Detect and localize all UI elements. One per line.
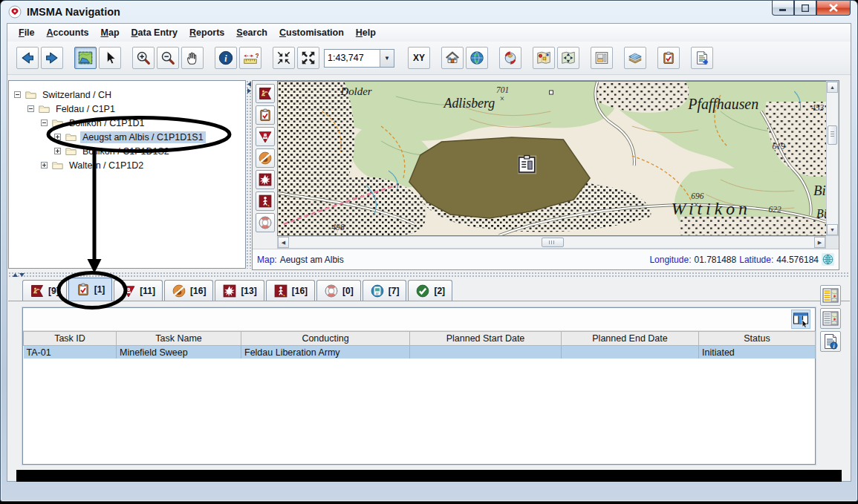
tree-node-switzerland-ch[interactable]: Switzerland / CH xyxy=(9,88,245,102)
close-button[interactable] xyxy=(816,1,851,16)
tab-accidents[interactable]: [13] xyxy=(215,280,264,301)
menu-search[interactable]: Search xyxy=(231,25,273,40)
identify-button[interactable]: i xyxy=(215,47,237,69)
column-header-planned-end-date[interactable]: Planned End Date xyxy=(562,332,699,346)
map-label-binz: Binz xyxy=(813,183,826,198)
scale-input[interactable] xyxy=(325,50,380,67)
map-navigate-button[interactable] xyxy=(557,47,579,69)
task-list-button[interactable] xyxy=(657,47,680,69)
refresh-map-button[interactable] xyxy=(499,47,521,69)
table-row-ta-01[interactable]: TA-01Minefield SweepFeldau Liberation Ar… xyxy=(24,346,816,359)
scroll-left-icon[interactable]: ◀ xyxy=(278,237,289,248)
column-header-status[interactable]: Status xyxy=(699,332,816,346)
v-scroll-track[interactable] xyxy=(827,93,838,224)
scale-dropdown-icon[interactable]: ▼ xyxy=(380,50,394,67)
longitude-value: 01.781488 xyxy=(694,255,736,265)
previous-extent-button[interactable] xyxy=(16,47,39,69)
collapse-minus-icon[interactable] xyxy=(13,91,22,99)
assistance-icon xyxy=(324,284,339,298)
tree-node-bollikon-c1p1d1s2[interactable]: Bollikon / C1P1D1S2 xyxy=(9,144,245,158)
map-vertical-scrollbar[interactable]: ▲ ▼ xyxy=(826,81,839,236)
tree-node-bollikon-c1p1d1[interactable]: Bollikon / C1P1D1 xyxy=(9,116,245,130)
tab-count: [11] xyxy=(140,286,155,296)
column-header-planned-start-date[interactable]: Planned Start Date xyxy=(410,332,562,346)
v-scroll-thumb[interactable] xyxy=(828,125,837,145)
tab-victims[interactable]: [16] xyxy=(266,280,315,301)
minefield-layer-button[interactable] xyxy=(256,84,275,103)
item-category-tabs: [9][1][11][16][13][16][0][7][2] xyxy=(8,278,850,301)
world-view-button[interactable] xyxy=(466,47,488,69)
tab-tasks[interactable]: [1] xyxy=(68,278,113,301)
column-header-task-id[interactable]: Task ID xyxy=(24,332,117,346)
map-horizontal-scrollbar[interactable]: ◀ ▶ xyxy=(277,236,826,249)
menu-reports[interactable]: Reports xyxy=(184,25,230,40)
new-report-button[interactable] xyxy=(691,47,713,69)
location-tree-panel: Switzerland / CHFeldau / C1P1Bollikon / … xyxy=(8,80,246,269)
zoom-full-extent-button[interactable] xyxy=(297,47,319,69)
tree-node-feldau-c1p1[interactable]: Feldau / C1P1 xyxy=(9,102,245,116)
xy-coordinates-button[interactable]: XY xyxy=(408,47,430,69)
map-canvas[interactable]: DolderAdlisbergPfaffhausenBenglenBinzWit… xyxy=(277,81,826,236)
scroll-right-icon[interactable]: ▶ xyxy=(814,237,825,248)
menu-file[interactable]: File xyxy=(13,25,40,40)
tree-node-aeugst-am-albis-c1p1d1s1[interactable]: Aeugst am Albis / C1P1D1S1 xyxy=(9,130,245,144)
column-header-task-name[interactable]: Task Name xyxy=(117,332,241,346)
tree-node-waltern-c1p1d2[interactable]: Waltern / C1P1D2 xyxy=(9,158,245,172)
folder-icon xyxy=(65,131,77,143)
accident-layer-button[interactable] xyxy=(256,170,275,189)
assistance-layer-button[interactable] xyxy=(256,213,275,232)
ordnance-layer-button[interactable] xyxy=(256,148,275,168)
column-header-conducting[interactable]: Conducting xyxy=(241,332,410,346)
expand-plus-icon[interactable] xyxy=(53,147,62,155)
show-list-and-map-button[interactable] xyxy=(820,285,841,306)
collapse-minus-icon[interactable] xyxy=(40,119,48,127)
tab-assistance[interactable]: [0] xyxy=(316,280,361,301)
zoom-in-button[interactable] xyxy=(132,47,155,69)
hazard-layer-button[interactable] xyxy=(256,127,275,146)
scroll-up-icon[interactable]: ▲ xyxy=(827,82,838,93)
tab-mre[interactable]: [7] xyxy=(363,280,407,301)
expand-right-icon xyxy=(247,88,252,94)
list-map-icon xyxy=(822,310,839,327)
zoom-out-button[interactable] xyxy=(157,47,179,69)
victim-layer-button[interactable] xyxy=(256,192,275,211)
item-report-button[interactable]: i xyxy=(820,331,841,352)
zoom-to-selected-button[interactable] xyxy=(273,47,295,69)
next-extent-button[interactable] xyxy=(41,47,63,69)
tab-minefields[interactable]: [9] xyxy=(22,280,67,301)
minimize-button[interactable] xyxy=(772,1,794,16)
overview-window-button[interactable] xyxy=(591,47,613,69)
measure-button[interactable]: ? xyxy=(239,47,261,69)
tab-completed[interactable]: [2] xyxy=(408,280,452,301)
coordinate-globe-icon[interactable] xyxy=(822,253,834,266)
tab-ordnance[interactable]: [16] xyxy=(164,280,213,301)
folder-icon xyxy=(51,159,64,171)
task-layer-button[interactable] xyxy=(256,105,275,125)
menu-accounts[interactable]: Accounts xyxy=(42,25,94,40)
menu-help[interactable]: Help xyxy=(351,25,381,40)
map-label-dolder: Dolder xyxy=(339,85,371,97)
tab-hazards[interactable]: [11] xyxy=(114,280,163,301)
expand-plus-icon[interactable] xyxy=(40,161,48,169)
zoom-box-button[interactable] xyxy=(74,47,97,69)
pan-button[interactable] xyxy=(181,47,204,69)
menu-data-entry[interactable]: Data Entry xyxy=(126,25,183,40)
column-config-button[interactable] xyxy=(791,310,810,329)
map-elevation-label: 498 xyxy=(332,223,345,232)
h-scroll-track[interactable] xyxy=(289,237,814,248)
maximize-button[interactable] xyxy=(794,1,816,16)
scroll-down-icon[interactable]: ▼ xyxy=(827,224,838,235)
menu-customisation[interactable]: Customisation xyxy=(274,25,349,40)
map-layers-button[interactable] xyxy=(624,47,646,69)
home-view-button[interactable] xyxy=(441,47,464,69)
vertical-splitter[interactable] xyxy=(246,80,252,269)
collapse-minus-icon[interactable] xyxy=(27,105,35,113)
zoom-selected-icon xyxy=(276,50,292,66)
map-symbols-button[interactable] xyxy=(533,47,555,69)
h-scroll-thumb[interactable] xyxy=(542,238,564,247)
menu-map[interactable]: Map xyxy=(96,25,125,40)
show-list-map-button[interactable] xyxy=(820,308,841,329)
horizontal-splitter[interactable] xyxy=(8,272,850,278)
expand-plus-icon[interactable] xyxy=(53,133,62,141)
select-pointer-button[interactable] xyxy=(99,47,121,69)
